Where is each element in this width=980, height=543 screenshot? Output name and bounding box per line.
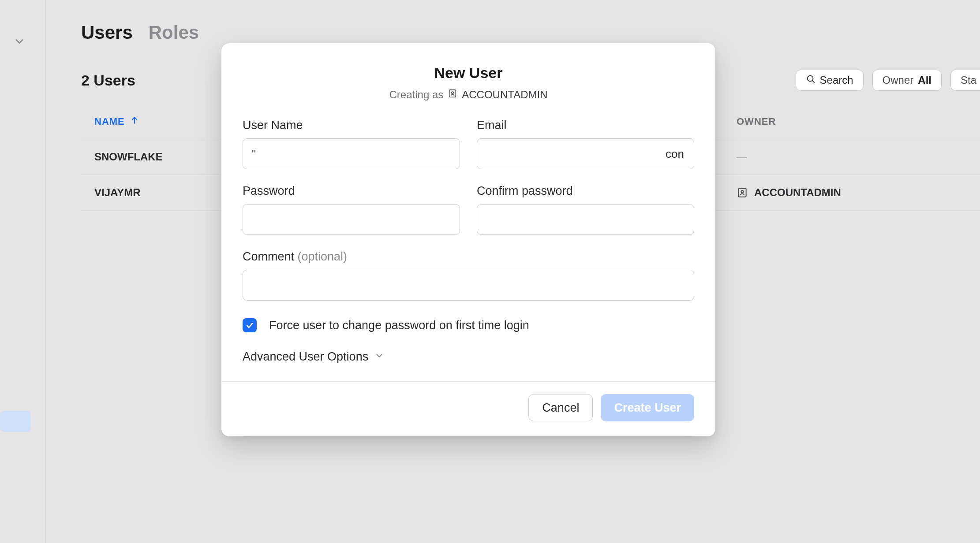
column-header-owner[interactable]: OWNER bbox=[723, 105, 976, 138]
creating-as-label: Creating as bbox=[389, 89, 444, 101]
owner-filter-label: Owner bbox=[883, 74, 914, 86]
svg-point-4 bbox=[741, 190, 743, 193]
column-header-name-label: NAME bbox=[94, 116, 125, 127]
cancel-button[interactable]: Cancel bbox=[528, 394, 593, 421]
username-label: User Name bbox=[243, 119, 460, 132]
page-tabs: Users Roles bbox=[81, 22, 980, 43]
field-confirm-password: Confirm password bbox=[477, 184, 694, 235]
status-filter-label: Sta bbox=[961, 74, 976, 86]
comment-optional-text: (optional) bbox=[298, 250, 348, 263]
password-label: Password bbox=[243, 184, 460, 198]
modal-footer: Cancel Create User bbox=[221, 381, 715, 436]
field-email: Email bbox=[477, 119, 694, 169]
new-user-modal: New User Creating as ACCOUNTADMIN User N… bbox=[221, 43, 715, 436]
field-comment: Comment (optional) bbox=[243, 250, 694, 301]
svg-line-1 bbox=[812, 81, 814, 82]
field-password: Password bbox=[243, 184, 460, 235]
sort-asc-icon bbox=[130, 116, 139, 127]
comment-input[interactable] bbox=[243, 270, 694, 301]
left-rail bbox=[0, 0, 46, 543]
search-icon bbox=[806, 74, 815, 86]
confirm-password-input[interactable] bbox=[477, 204, 694, 235]
advanced-options-toggle[interactable]: Advanced User Options bbox=[243, 350, 694, 364]
create-user-button[interactable]: Create User bbox=[601, 394, 694, 421]
tab-roles[interactable]: Roles bbox=[149, 22, 199, 43]
email-label: Email bbox=[477, 119, 694, 132]
modal-subtitle: Creating as ACCOUNTADMIN bbox=[243, 89, 694, 101]
advanced-options-label: Advanced User Options bbox=[243, 350, 368, 364]
user-count: 2 Users bbox=[81, 72, 135, 89]
role-icon bbox=[737, 187, 748, 198]
chevron-down-icon[interactable] bbox=[13, 35, 26, 49]
comment-label: Comment (optional) bbox=[243, 250, 694, 264]
owner-filter-button[interactable]: Owner All bbox=[872, 70, 942, 91]
username-input[interactable] bbox=[243, 138, 460, 169]
status-filter-button[interactable]: Sta bbox=[950, 70, 980, 91]
modal-title: New User bbox=[243, 64, 694, 82]
search-label: Search bbox=[820, 74, 853, 86]
creating-as-role: ACCOUNTADMIN bbox=[462, 89, 547, 101]
field-username: User Name bbox=[243, 119, 460, 169]
email-input[interactable] bbox=[477, 138, 694, 169]
owner-filter-value: All bbox=[918, 74, 931, 86]
confirm-password-label: Confirm password bbox=[477, 184, 694, 198]
nav-active-indicator bbox=[0, 411, 31, 432]
force-change-checkbox[interactable] bbox=[243, 318, 257, 332]
force-change-row: Force user to change password on first t… bbox=[243, 318, 694, 332]
chevron-down-icon bbox=[374, 350, 384, 364]
svg-point-6 bbox=[452, 92, 453, 93]
force-change-label: Force user to change password on first t… bbox=[269, 319, 529, 332]
cell-owner: — bbox=[723, 139, 976, 175]
comment-label-text: Comment bbox=[243, 250, 294, 263]
password-input[interactable] bbox=[243, 204, 460, 235]
cell-owner-value: ACCOUNTADMIN bbox=[754, 186, 841, 199]
cell-owner: ACCOUNTADMIN bbox=[723, 175, 976, 210]
role-icon bbox=[448, 89, 457, 101]
tab-users[interactable]: Users bbox=[81, 22, 133, 43]
svg-point-0 bbox=[807, 76, 813, 82]
search-button[interactable]: Search bbox=[796, 70, 864, 91]
